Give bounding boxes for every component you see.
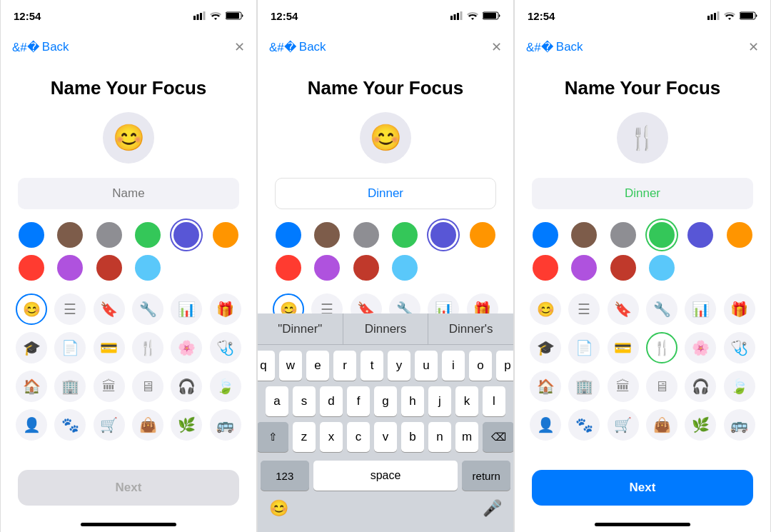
icon-gift-1[interactable]: 🎁: [210, 293, 241, 325]
color-purple[interactable]: [173, 222, 199, 248]
icon-leaf-1[interactable]: 🍃: [210, 371, 241, 402]
icon-cart-3[interactable]: 🛒: [608, 409, 639, 441]
color-orange[interactable]: [213, 222, 238, 248]
icon-utensils-1[interactable]: 🍴: [132, 332, 163, 363]
icon-nature-3[interactable]: 🌿: [685, 409, 716, 441]
color-red[interactable]: [19, 255, 44, 281]
icon-nature-1[interactable]: 🌿: [171, 409, 202, 441]
key-l[interactable]: l: [483, 386, 505, 416]
key-o[interactable]: o: [469, 351, 492, 381]
color-darkred-2[interactable]: [353, 255, 379, 281]
icon-cart-1[interactable]: 🛒: [94, 409, 125, 441]
color-green-3[interactable]: [649, 222, 675, 248]
autocomplete-dinner-apos[interactable]: Dinner's: [428, 313, 513, 344]
next-button-3[interactable]: Next: [532, 470, 753, 506]
icon-home-3[interactable]: 🏠: [530, 371, 561, 402]
icon-grad-3[interactable]: 🎓: [530, 332, 561, 363]
icon-building-3[interactable]: 🏢: [568, 371, 600, 402]
autocomplete-dinners[interactable]: Dinners: [343, 313, 429, 344]
icon-tools-1[interactable]: 🔧: [132, 293, 163, 325]
color-orange-2[interactable]: [470, 222, 495, 248]
key-b[interactable]: b: [401, 422, 424, 452]
color-darkred-3[interactable]: [610, 255, 636, 281]
icon-card-3[interactable]: 💳: [608, 332, 639, 363]
key-x[interactable]: x: [320, 422, 343, 452]
icon-chart-3[interactable]: 📊: [685, 293, 716, 325]
key-y[interactable]: y: [388, 351, 410, 381]
key-r[interactable]: r: [333, 351, 356, 381]
icon-bag-3[interactable]: 👜: [646, 409, 677, 441]
key-a[interactable]: a: [266, 386, 288, 416]
icon-emoji-3[interactable]: 😊: [530, 293, 561, 325]
close-button-3[interactable]: ✕: [748, 39, 759, 55]
icon-flower-3[interactable]: 🌸: [685, 332, 716, 363]
icon-bank-1[interactable]: 🏛: [94, 371, 125, 402]
key-m[interactable]: m: [455, 422, 478, 452]
key-i[interactable]: i: [442, 351, 465, 381]
key-u[interactable]: u: [415, 351, 438, 381]
back-button-3[interactable]: &#� Back: [526, 40, 583, 55]
key-k[interactable]: k: [455, 386, 478, 416]
focus-icon-3[interactable]: 🍴: [617, 112, 668, 164]
close-button-2[interactable]: ✕: [491, 39, 502, 55]
icon-flower-1[interactable]: 🌸: [171, 332, 202, 363]
color-green-2[interactable]: [392, 222, 418, 248]
color-gray[interactable]: [96, 222, 122, 248]
key-shift[interactable]: ⇧: [257, 422, 288, 452]
icon-home-1[interactable]: 🏠: [16, 371, 47, 402]
icon-person-3[interactable]: 👤: [530, 409, 561, 441]
icon-bank-3[interactable]: 🏛: [608, 371, 639, 402]
mic-button[interactable]: 🎤: [483, 499, 502, 518]
key-n[interactable]: n: [428, 422, 451, 452]
icon-headphones-1[interactable]: 🎧: [171, 371, 202, 402]
key-d[interactable]: d: [320, 386, 343, 416]
icon-chart-1[interactable]: 📊: [171, 293, 202, 325]
name-input-2[interactable]: [275, 178, 496, 209]
color-blue-2[interactable]: [276, 222, 301, 248]
icon-utensils-3[interactable]: 🍴: [646, 332, 677, 363]
key-j[interactable]: j: [428, 386, 451, 416]
color-blue-3[interactable]: [533, 222, 558, 248]
icon-health-3[interactable]: 🩺: [724, 332, 755, 363]
name-input-3[interactable]: [532, 178, 753, 209]
color-teal-3[interactable]: [649, 255, 675, 281]
color-darkred[interactable]: [96, 255, 122, 281]
back-button-2[interactable]: &#� Back: [269, 40, 326, 55]
key-f[interactable]: f: [347, 386, 370, 416]
icon-gift-3[interactable]: 🎁: [724, 293, 755, 325]
icon-monitor-3[interactable]: 🖥: [646, 371, 677, 402]
key-h[interactable]: h: [401, 386, 424, 416]
icon-bag-1[interactable]: 👜: [132, 409, 163, 441]
key-space[interactable]: space: [313, 461, 458, 491]
back-button-1[interactable]: &#� Back: [12, 40, 69, 55]
key-delete[interactable]: ⌫: [483, 422, 514, 452]
icon-bookmark-3[interactable]: 🔖: [608, 293, 639, 325]
key-z[interactable]: z: [293, 422, 316, 452]
icon-list-1[interactable]: ☰: [54, 293, 86, 325]
icon-file-1[interactable]: 📄: [54, 332, 86, 363]
emoji-button[interactable]: 😊: [269, 499, 288, 518]
color-violet[interactable]: [57, 255, 83, 281]
color-green[interactable]: [135, 222, 161, 248]
color-teal[interactable]: [135, 255, 161, 281]
key-return[interactable]: return: [462, 461, 510, 491]
next-button-1[interactable]: Next: [18, 470, 239, 506]
focus-icon-2[interactable]: 😊: [360, 112, 411, 164]
icon-person-1[interactable]: 👤: [16, 409, 47, 441]
key-t[interactable]: t: [361, 351, 383, 381]
color-orange-3[interactable]: [727, 222, 752, 248]
icon-bus-1[interactable]: 🚌: [210, 409, 241, 441]
color-red-2[interactable]: [276, 255, 301, 281]
icon-tools-3[interactable]: 🔧: [646, 293, 677, 325]
icon-list-3[interactable]: ☰: [568, 293, 600, 325]
icon-building-1[interactable]: 🏢: [54, 371, 86, 402]
name-input-1[interactable]: [18, 178, 239, 209]
color-violet-3[interactable]: [571, 255, 597, 281]
icon-leaf-3[interactable]: 🍃: [724, 371, 755, 402]
color-red-3[interactable]: [533, 255, 558, 281]
key-123[interactable]: 123: [261, 461, 309, 491]
key-g[interactable]: g: [374, 386, 397, 416]
icon-file-3[interactable]: 📄: [568, 332, 600, 363]
key-p[interactable]: p: [496, 351, 514, 381]
key-e[interactable]: e: [306, 351, 329, 381]
